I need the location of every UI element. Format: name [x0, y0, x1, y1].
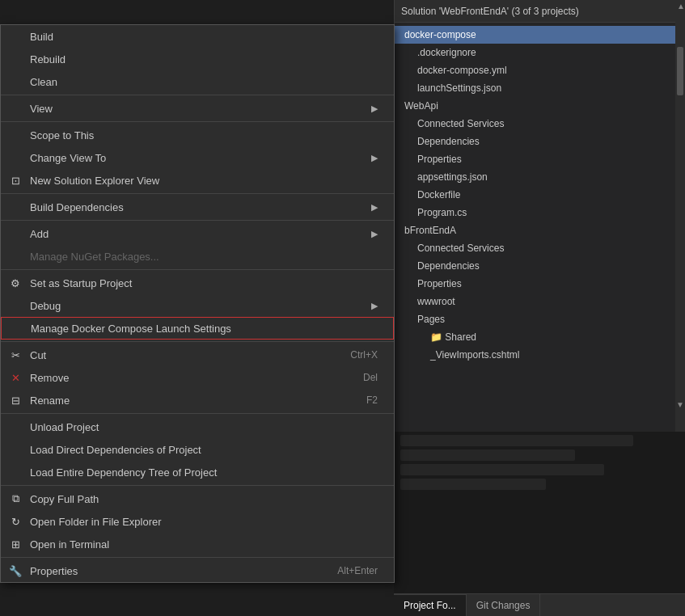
menu-item-new-solution-explorer[interactable]: ⊡New Solution Explorer View	[1, 169, 394, 192]
rename-separator	[1, 413, 394, 414]
scroll-up-arrow[interactable]: ▲	[675, 0, 685, 12]
tree-item-connected-services-1[interactable]: Connected Services	[395, 115, 685, 133]
vertical-scrollbar[interactable]: ▼	[675, 23, 685, 411]
open-terminal-label: Open in Terminal	[30, 538, 109, 551]
tree-item-wwwroot[interactable]: wwwroot	[395, 293, 685, 310]
load-entire-label: Load Entire Dependency Tree of Project	[30, 466, 217, 479]
build-dependencies-label: Build Dependencies	[30, 201, 124, 213]
add-label: Add	[30, 228, 49, 240]
manage-docker-label: Manage Docker Compose Launch Settings	[31, 323, 231, 335]
menu-item-load-direct[interactable]: Load Direct Dependencies of Project	[1, 438, 394, 461]
new-solution-explorer-icon: ⊡	[7, 175, 23, 187]
tree-item-docker-compose[interactable]: docker-compose	[395, 26, 685, 44]
menu-item-view[interactable]: View▶	[1, 97, 394, 120]
menu-item-build-dependencies[interactable]: Build Dependencies▶	[1, 196, 394, 218]
set-startup-icon: ⚙	[7, 277, 23, 289]
menu-item-load-entire[interactable]: Load Entire Dependency Tree of Project	[1, 461, 394, 483]
tree-item-connected-services-2[interactable]: Connected Services	[395, 239, 685, 257]
open-folder-icon: ↻	[7, 516, 23, 528]
manage-nuget-label: Manage NuGet Packages...	[30, 251, 159, 263]
solution-title: Solution 'WebFrontEndA' (3 of 3 projects…	[401, 6, 579, 17]
tree-item-appsettings[interactable]: appsettings.json	[395, 168, 685, 186]
rebuild-label: Rebuild	[30, 53, 66, 65]
tree-item-properties-1[interactable]: Properties	[395, 150, 685, 168]
solution-explorer: Solution 'WebFrontEndA' (3 of 3 projects…	[394, 0, 685, 616]
new-solution-explorer-label: New Solution Explorer View	[30, 175, 159, 187]
tree-item-viewimports[interactable]: _ViewImports.cshtml	[395, 346, 685, 364]
clean-label: Clean	[30, 76, 57, 88]
tab-project-folder[interactable]: Project Fo...	[394, 594, 467, 616]
menu-item-build[interactable]: Build	[1, 25, 394, 48]
tree-item-dockerignore[interactable]: .dockerignore	[395, 44, 685, 61]
manage-nuget-separator	[1, 269, 394, 270]
rename-label: Rename	[30, 394, 70, 407]
build-dependencies-separator	[1, 220, 394, 221]
cut-label: Cut	[30, 349, 46, 361]
manage-docker-separator	[1, 341, 394, 342]
view-label: View	[30, 103, 53, 115]
set-startup-label: Set as Startup Project	[30, 277, 132, 289]
unload-project-label: Unload Project	[30, 421, 99, 433]
menu-item-copy-full-path[interactable]: ⧉Copy Full Path	[1, 487, 394, 510]
tree-container: docker-compose.dockerignoredocker-compos…	[395, 23, 685, 367]
tree-item-dockerfile[interactable]: Dockerfile	[395, 186, 685, 204]
properties-icon: 🔧	[7, 565, 23, 577]
blurred-area	[394, 432, 685, 593]
open-terminal-icon: ⊞	[7, 538, 23, 551]
tree-item-properties-2[interactable]: Properties	[395, 275, 685, 293]
scroll-down-arrow[interactable]: ▼	[675, 400, 685, 409]
solution-header: Solution 'WebFrontEndA' (3 of 3 projects…	[395, 0, 685, 23]
tree-item-bfrontenda[interactable]: bFrontEndA	[395, 222, 685, 239]
menu-item-rebuild[interactable]: Rebuild	[1, 48, 394, 70]
remove-label: Remove	[30, 372, 69, 384]
menu-item-manage-nuget: Manage NuGet Packages...	[1, 245, 394, 268]
clean-separator	[1, 95, 394, 95]
properties-shortcut: Alt+Enter	[337, 565, 378, 576]
menu-item-open-terminal[interactable]: ⊞Open in Terminal	[1, 533, 394, 555]
cut-icon: ✂	[7, 349, 23, 361]
menu-item-manage-docker[interactable]: Manage Docker Compose Launch Settings	[1, 317, 394, 340]
view-arrow: ▶	[371, 103, 378, 114]
menu-item-add[interactable]: Add▶	[1, 222, 394, 245]
tree-item-docker-compose-yml[interactable]: docker-compose.yml	[395, 61, 685, 79]
tree-item-program-cs[interactable]: Program.cs	[395, 204, 685, 222]
remove-icon: ✕	[7, 372, 23, 384]
remove-shortcut: Del	[363, 372, 378, 383]
tree-item-shared[interactable]: 📁 Shared	[395, 328, 685, 346]
rename-icon: ⊟	[7, 394, 23, 407]
tree-item-dependencies-2[interactable]: Dependencies	[395, 257, 685, 275]
load-direct-label: Load Direct Dependencies of Project	[30, 444, 201, 456]
rename-shortcut: F2	[366, 394, 378, 406]
copy-full-path-icon: ⧉	[7, 492, 23, 505]
build-label: Build	[30, 31, 53, 43]
menu-item-change-view-to[interactable]: Change View To▶	[1, 146, 394, 169]
menu-item-properties[interactable]: 🔧PropertiesAlt+Enter	[1, 559, 394, 582]
tree-item-dependencies-1[interactable]: Dependencies	[395, 133, 685, 150]
menu-item-open-folder[interactable]: ↻Open Folder in File Explorer	[1, 510, 394, 533]
tree-item-launchSettings[interactable]: launchSettings.json	[395, 79, 685, 97]
menu-item-scope-to-this[interactable]: Scope to This	[1, 124, 394, 146]
change-view-to-label: Change View To	[30, 152, 106, 164]
change-view-to-arrow: ▶	[371, 153, 378, 163]
cut-shortcut: Ctrl+X	[350, 349, 378, 361]
properties-label: Properties	[30, 565, 78, 577]
menu-item-clean[interactable]: Clean	[1, 70, 394, 93]
open-folder-label: Open Folder in File Explorer	[30, 516, 162, 528]
bottom-tabs: Project Fo...Git Changes	[394, 593, 685, 616]
tree-item-webapi[interactable]: WebApi	[395, 97, 685, 115]
copy-full-path-label: Copy Full Path	[30, 493, 99, 505]
menu-item-cut[interactable]: ✂CutCtrl+X	[1, 344, 394, 366]
add-arrow: ▶	[371, 229, 378, 239]
debug-arrow: ▶	[371, 301, 378, 311]
open-terminal-separator	[1, 557, 394, 558]
build-dependencies-arrow: ▶	[371, 202, 378, 213]
menu-item-debug[interactable]: Debug▶	[1, 294, 394, 317]
tree-item-pages[interactable]: Pages	[395, 310, 685, 328]
menu-item-rename[interactable]: ⊟RenameF2	[1, 389, 394, 411]
menu-item-set-startup[interactable]: ⚙Set as Startup Project	[1, 272, 394, 294]
load-entire-separator	[1, 485, 394, 486]
menu-item-remove[interactable]: ✕RemoveDel	[1, 366, 394, 389]
tab-git-changes[interactable]: Git Changes	[467, 594, 541, 616]
view-separator	[1, 121, 394, 122]
menu-item-unload-project[interactable]: Unload Project	[1, 416, 394, 438]
